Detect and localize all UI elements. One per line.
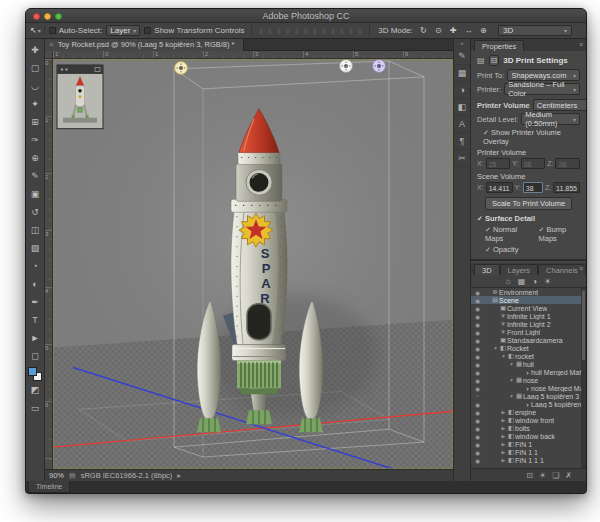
tree-fin-1-1-1[interactable]: ◉ ▶ ◧ FIN 1 1 1 [471, 456, 586, 464]
expand-arrow-icon[interactable]: ▶ [500, 409, 507, 415]
visibility-eye-icon[interactable]: ◉ [473, 361, 482, 368]
dist-hcenter-icon[interactable]: ▯ [347, 27, 354, 34]
light-widget-back[interactable] [373, 59, 386, 72]
expand-arrow-icon[interactable]: ▶ [500, 417, 507, 423]
pan-3d-icon[interactable]: ✚ [447, 25, 460, 37]
slide-3d-icon[interactable]: ↔ [462, 25, 475, 37]
visibility-eye-icon[interactable]: ◉ [473, 401, 482, 408]
type-tool[interactable]: T [27, 311, 44, 329]
delete-icon[interactable]: ✗ [565, 471, 572, 480]
eraser-tool[interactable]: ◫ [27, 221, 44, 239]
tree-current-view[interactable]: ◉ ▣ Current View [471, 304, 586, 312]
eyedropper-tool[interactable]: ✑ [27, 131, 44, 149]
vertical-ruler[interactable]: 0123456 [45, 59, 53, 469]
tree-laag5-material[interactable]: ◉ ◑ Laag 5 kopiëren 3 Me... [471, 400, 586, 408]
swatches-icon[interactable]: ▦ [454, 65, 470, 82]
orbit-3d-icon[interactable]: ↻ [417, 25, 430, 37]
align-hcenter-icon[interactable]: ▯ [293, 27, 300, 34]
scene-icon[interactable]: ▤ [477, 56, 485, 65]
visibility-eye-icon[interactable]: ◉ [473, 385, 482, 392]
foreground-color-swatch[interactable] [28, 367, 37, 376]
color-swatches[interactable] [28, 367, 42, 381]
collapse-dock-icon[interactable]: « [460, 39, 463, 48]
history-brush-tool[interactable]: ↺ [27, 203, 44, 221]
crop-tool[interactable]: ⊞ [27, 113, 44, 131]
adjustments-icon[interactable]: ◑ [454, 82, 470, 99]
visibility-eye-icon[interactable]: ◉ [473, 313, 482, 320]
quick-mask-icon[interactable]: ◩ [27, 381, 44, 399]
document-tab[interactable]: × Toy Rocket.psd @ 90% (Laag 5 kopiëren … [45, 39, 244, 51]
paragraph-panel-icon[interactable]: ¶ [454, 133, 470, 150]
align-top-icon[interactable]: ▯ [257, 27, 264, 34]
expand-arrow-icon[interactable]: ▶ [500, 441, 507, 447]
filter-all-icon[interactable]: ⌂ [506, 277, 511, 286]
tree-environment[interactable]: ◉ ⊛ Environment [471, 288, 586, 296]
clone-stamp-tool[interactable]: ▣ [27, 185, 44, 203]
scene-volume-z-input[interactable]: 11.855 [553, 182, 580, 193]
visibility-eye-icon[interactable]: ◉ [473, 297, 482, 304]
tree-front-light[interactable]: ◉ ☀ Front Light [471, 328, 586, 336]
tree-hull[interactable]: ◉ ▼ ▦ hull [471, 360, 586, 368]
tree-laag5[interactable]: ▫ ▼ ▦ Laag 5 kopiëren 3 [471, 392, 586, 400]
expand-arrow-icon[interactable]: ▼ [508, 393, 515, 399]
filter-meshes-icon[interactable]: ▦ [518, 277, 526, 286]
tree-bolts[interactable]: ◉ ▶ ◧ bolts [471, 424, 586, 432]
tree-rocket-group[interactable]: ◉ ▼ ◧ Rocket [471, 344, 586, 352]
dodge-tool[interactable]: ◐ [27, 275, 44, 293]
canvas-3d-viewport[interactable]: S P A R K [53, 59, 453, 469]
tree-scrollbar[interactable] [581, 288, 586, 468]
align-right-icon[interactable]: ▯ [302, 27, 309, 34]
horizontal-ruler[interactable]: 10123456 [53, 51, 453, 59]
visibility-eye-icon[interactable]: ◉ [473, 337, 482, 344]
expand-arrow-icon[interactable]: ▼ [492, 345, 499, 351]
roll-3d-icon[interactable]: ⊙ [432, 25, 445, 37]
visibility-eye-icon[interactable]: ◉ [473, 289, 482, 296]
character-panel-icon[interactable]: A [454, 116, 470, 133]
printer-dropdown[interactable]: Sandstone – Full Color ▾ [504, 83, 580, 95]
tree-scene[interactable]: ◉ ▤ Scene [471, 296, 586, 304]
opacity-toggle[interactable]: ✓Opacity [471, 243, 586, 254]
checkbox-checked-icon[interactable]: ✓ [483, 129, 491, 137]
visibility-eye-icon[interactable]: ◉ [473, 329, 482, 336]
workspace-switcher[interactable]: 3D ▾ [498, 25, 572, 36]
light-widget-fill[interactable] [340, 59, 353, 72]
tree-standaardcamera[interactable]: ◉ ▣ Standaardcamera [471, 336, 586, 344]
dist-bottom-icon[interactable]: ▯ [329, 27, 336, 34]
styles-icon[interactable]: ◧ [454, 99, 470, 116]
expand-arrow-icon[interactable]: ▼ [508, 361, 515, 367]
visibility-eye-icon[interactable]: ◉ [473, 305, 482, 312]
checkbox-checked-icon[interactable]: ✓ [485, 226, 493, 234]
screen-mode-icon[interactable]: ▭ [27, 399, 44, 417]
blur-tool[interactable]: ◔ [27, 257, 44, 275]
normal-maps-toggle[interactable]: ✓Normal Maps [485, 225, 530, 243]
tree-fin-1[interactable]: ◉ ▶ ◧ FIN 1 [471, 440, 586, 448]
visibility-eye-icon[interactable]: ▫ [473, 393, 482, 399]
brush-presets-icon[interactable]: ✎ [454, 48, 470, 65]
tree-hull-material[interactable]: ◉ ◑ hull Merged Material [471, 368, 586, 376]
tree-fin-1-1[interactable]: ◉ ▶ ◧ FIN 1 1 [471, 448, 586, 456]
tree-infinite-light-2[interactable]: ◉ ☀ Infinite Light 2 [471, 320, 586, 328]
render-icon[interactable]: ⊡ [526, 471, 533, 480]
auto-select-toggle[interactable]: Auto-Select: [49, 26, 103, 35]
dist-vcenter-icon[interactable]: ▯ [320, 27, 327, 34]
scale-to-print-volume-button[interactable]: Scale To Print Volume [485, 197, 572, 210]
tab-properties[interactable]: Properties [474, 40, 524, 51]
filter-lights-icon[interactable]: ☀ [544, 277, 551, 286]
new-item-icon[interactable]: ❏ [552, 471, 559, 480]
visibility-eye-icon[interactable]: ◉ [473, 457, 482, 464]
panel-menu-icon[interactable]: ≡ [579, 265, 583, 272]
scene-volume-y-input[interactable]: 38 [523, 182, 543, 193]
marquee-tool[interactable]: ▢ [27, 59, 44, 77]
pen-tool[interactable]: ✒ [27, 293, 44, 311]
auto-select-target-dropdown[interactable]: Layer ▾ [106, 25, 140, 36]
status-options-arrow[interactable]: ▸ [177, 471, 181, 480]
light-widget-key[interactable] [175, 61, 188, 74]
visibility-eye-icon[interactable]: ◉ [473, 377, 482, 384]
visibility-eye-icon[interactable]: ◉ [473, 345, 482, 352]
visibility-eye-icon[interactable]: ◉ [473, 425, 482, 432]
expand-arrow-icon[interactable]: ▶ [500, 449, 507, 455]
surface-detail-toggle[interactable]: ✓Surface Detail [471, 212, 586, 223]
scene-volume-x-input[interactable]: 14.411 [486, 182, 513, 193]
scale-3d-icon[interactable]: ⊕ [477, 25, 490, 37]
healing-tool[interactable]: ⊕ [27, 149, 44, 167]
